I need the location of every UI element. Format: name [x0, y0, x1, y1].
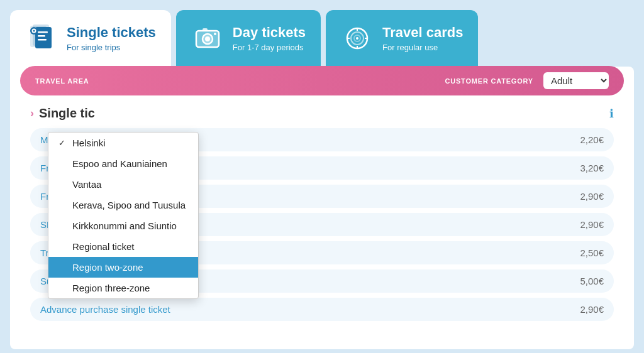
ticket-price: 2,90€ — [580, 191, 604, 202]
section-title: Single tic — [39, 106, 95, 121]
dropdown-option[interactable]: Espoo and Kauniainen — [48, 153, 198, 174]
card-icon — [341, 22, 374, 55]
ticket-book-icon — [25, 22, 58, 55]
svg-point-15 — [214, 33, 216, 35]
tab-day-title: Day tickets — [233, 24, 306, 41]
tabs-area: Single tickets For single trips Day tick… — [0, 0, 644, 67]
ticket-price: 2,90€ — [580, 219, 604, 230]
ticket-price: 3,20€ — [580, 163, 604, 173]
dropdown-option[interactable]: Kirkkonummi and Siuntio — [48, 215, 198, 236]
tab-travel-cards[interactable]: Travel cards For regular use — [326, 10, 478, 67]
tab-day-text: Day tickets For 1-7 day periods — [233, 24, 306, 52]
category-select[interactable]: Adult Child Senior Student — [543, 72, 609, 89]
tab-single-tickets[interactable]: Single tickets For single trips — [10, 10, 171, 67]
dropdown-option[interactable]: Kerava, Sipoo and Tuusula — [48, 195, 198, 215]
travel-area-dropdown[interactable]: HelsinkiEspoo and KauniainenVantaaKerava… — [48, 132, 199, 299]
tab-travel-title: Travel cards — [382, 24, 463, 41]
svg-point-8 — [33, 30, 35, 32]
ticket-row[interactable]: Advance purchase single ticket 2,90€ — [30, 298, 614, 321]
customer-category-section: Adult Child Senior Student — [543, 72, 609, 89]
dropdown-option[interactable]: Region three-zone — [48, 278, 198, 298]
travel-area-label: TRAVEL AREA — [35, 77, 89, 85]
info-icon[interactable]: ℹ — [609, 107, 614, 121]
tab-travel-text: Travel cards For regular use — [382, 24, 463, 52]
svg-rect-14 — [203, 28, 208, 31]
dropdown-option[interactable]: Helsinki — [48, 133, 198, 153]
filter-bar: TRAVEL AREA CUSTOMER CATEGORY Adult Chil… — [20, 66, 624, 95]
tab-single-text: Single tickets For single trips — [67, 24, 156, 52]
section-chevron: › — [30, 107, 34, 120]
section-header: › Single tic ℹ — [30, 106, 614, 121]
svg-rect-4 — [38, 35, 45, 37]
tab-single-subtitle: For single trips — [67, 43, 156, 52]
svg-rect-5 — [38, 39, 47, 41]
camera-icon — [191, 22, 224, 55]
dropdown-option[interactable]: Vantaa — [48, 174, 198, 195]
svg-rect-3 — [38, 31, 48, 33]
dropdown-option[interactable]: Regional ticket — [48, 236, 198, 257]
tab-day-subtitle: For 1-7 day periods — [233, 43, 306, 52]
tab-day-tickets[interactable]: Day tickets For 1-7 day periods — [176, 10, 321, 67]
ticket-price: 2,50€ — [580, 247, 604, 258]
dropdown-option[interactable]: Region two-zone — [48, 257, 198, 278]
dropdown-items: HelsinkiEspoo and KauniainenVantaaKerava… — [48, 133, 198, 298]
ticket-price: 2,20€ — [580, 134, 604, 145]
ticket-name: Advance purchase single ticket — [40, 304, 170, 315]
tab-single-title: Single tickets — [67, 24, 156, 41]
ticket-price: 2,90€ — [580, 304, 604, 315]
ticket-price: 5,00€ — [580, 276, 604, 286]
svg-point-13 — [205, 36, 210, 41]
customer-category-label: CUSTOMER CATEGORY — [445, 77, 533, 85]
svg-point-19 — [356, 37, 358, 40]
tab-travel-subtitle: For regular use — [382, 43, 463, 52]
